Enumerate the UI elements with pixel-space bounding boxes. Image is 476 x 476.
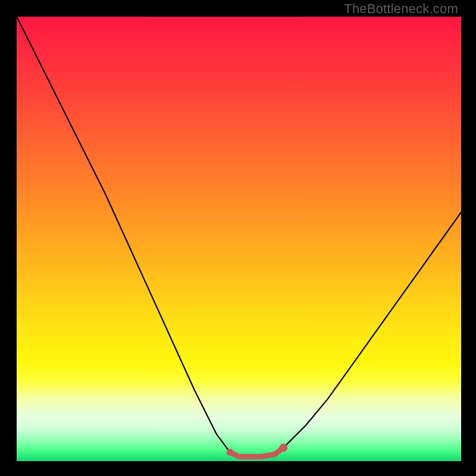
flat-segment xyxy=(227,444,288,457)
chart-frame: TheBottleneck.com xyxy=(0,0,476,476)
bottleneck-curve xyxy=(17,17,461,457)
svg-point-0 xyxy=(227,449,234,456)
curve-layer xyxy=(17,17,461,461)
watermark-text: TheBottleneck.com xyxy=(344,1,458,17)
svg-point-1 xyxy=(279,444,287,452)
plot-area xyxy=(17,17,461,461)
